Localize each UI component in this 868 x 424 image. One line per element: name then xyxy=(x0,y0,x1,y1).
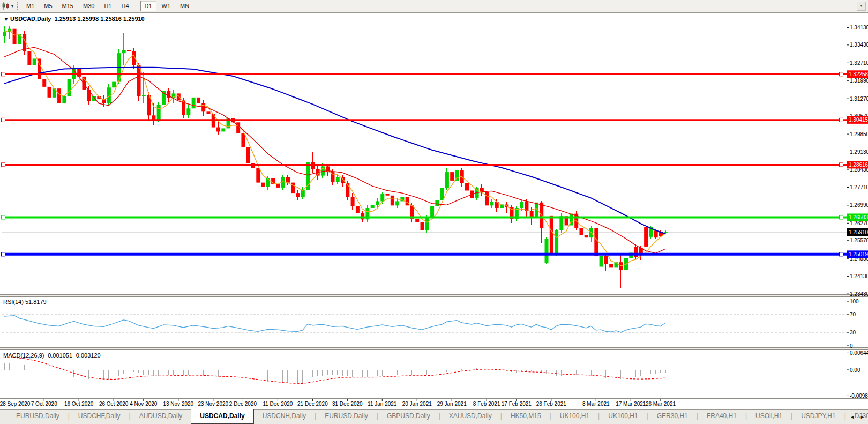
candle-body xyxy=(127,50,131,51)
rsi-tick-label: 0 xyxy=(850,343,853,349)
candle-body xyxy=(251,163,255,168)
line-anchor-handle[interactable] xyxy=(2,252,5,256)
chart-tab-eurusd-daily[interactable]: EURUSD,Daily xyxy=(316,410,377,424)
date-label: 11 Jan 2021 xyxy=(368,401,397,407)
tab-scroll-left-icon[interactable]: ◄ xyxy=(850,414,855,420)
line-anchor-handle[interactable] xyxy=(2,163,5,167)
line-anchor-handle[interactable] xyxy=(840,215,843,219)
toolbar-separator xyxy=(137,2,137,10)
candle-body xyxy=(301,190,305,197)
candle-body xyxy=(579,228,583,235)
tab-scroll-right-icon[interactable]: ► xyxy=(860,414,865,420)
date-label: 4 Nov 2020 xyxy=(130,401,158,407)
symbol-tabs: EURUSD,Daily|USDCHF,Daily|AUDUSD,DailyUS… xyxy=(0,410,868,424)
candle-body xyxy=(445,172,449,188)
candlestick-chart-icon xyxy=(2,2,10,10)
chart-title-ohlc: 1.25913 1.25998 1.25816 1.25910 xyxy=(55,16,145,22)
candle-body xyxy=(644,227,648,247)
line-anchor-handle[interactable] xyxy=(840,72,843,76)
chart-tab-hk50-m15[interactable]: HK50,M15 xyxy=(502,410,550,424)
timeframe-button-d1[interactable]: D1 xyxy=(140,1,156,11)
line-anchor-handle[interactable] xyxy=(840,118,843,122)
chart-tab-audusd-daily[interactable]: AUDUSD,Daily xyxy=(131,410,191,424)
level-price-label: 1.25019 xyxy=(849,251,868,257)
chart-tab-usdjpy-h1[interactable]: USDJPY,H1 xyxy=(792,410,844,424)
timeframe-button-h4[interactable]: H4 xyxy=(117,1,133,11)
date-label: 21 Dec 2020 xyxy=(297,401,328,407)
rsi-tick-label: 100 xyxy=(850,299,859,304)
candle-body xyxy=(122,50,126,54)
candle-body xyxy=(440,188,444,200)
candle-body xyxy=(604,256,608,264)
candle-body xyxy=(221,128,225,131)
candle-body xyxy=(256,168,260,183)
collapse-triangle-icon[interactable]: ▼ xyxy=(4,17,9,22)
chart-tab-usoil-h1[interactable]: USOil,H1 xyxy=(747,410,791,424)
chart-tab-usdcad-daily[interactable]: USDCAD,Daily xyxy=(191,409,253,424)
chart-tab-usdchf-daily[interactable]: USDCHF,Daily xyxy=(70,410,129,424)
candle-body xyxy=(42,79,46,87)
chart-tab-eurusd-daily[interactable]: EURUSD,Daily xyxy=(8,410,68,424)
candle-body xyxy=(157,105,161,120)
chart-canvas[interactable]: 1.341301.334301.327101.319901.312701.305… xyxy=(0,12,868,409)
chart-tab-uk100-h1[interactable]: UK100,H1 xyxy=(600,410,646,424)
candle-body xyxy=(172,93,176,98)
timeframe-button-h1[interactable]: H1 xyxy=(100,1,116,11)
timeframe-button-mn[interactable]: MN xyxy=(176,1,193,11)
candle-body xyxy=(664,232,668,233)
candle-body xyxy=(550,216,553,254)
date-label: 28 Sep 2020 xyxy=(0,401,31,407)
price-tick-label: 1.31270 xyxy=(850,96,868,102)
chart-tab-fra40-h1[interactable]: FRA40,H1 xyxy=(698,410,745,424)
candle-body xyxy=(87,90,91,101)
price-tick-label: 1.32710 xyxy=(850,60,868,66)
date-label: 7 Oct 2020 xyxy=(31,401,57,407)
candle-body xyxy=(177,93,181,100)
date-label: 29 Jan 2021 xyxy=(437,401,467,407)
timeframe-button-m15[interactable]: M15 xyxy=(58,1,78,11)
candle-body xyxy=(236,122,240,133)
candle-body xyxy=(197,98,200,103)
line-anchor-handle[interactable] xyxy=(2,72,5,76)
level-price-label: 1.30415 xyxy=(849,117,868,123)
date-label: 26 Mar 2021 xyxy=(646,401,676,407)
candle-body xyxy=(48,87,51,98)
chart-tab-uk100-h1[interactable]: UK100,H1 xyxy=(551,410,598,424)
candle-body xyxy=(376,201,379,205)
candle-body xyxy=(594,228,598,256)
candle-body xyxy=(391,196,394,206)
line-anchor-handle[interactable] xyxy=(840,252,843,256)
candle-body xyxy=(395,201,399,205)
chart-style-button[interactable]: ▾ xyxy=(0,0,16,12)
date-label: 17 Mar 2021 xyxy=(616,401,646,407)
rsi-tick-label: 30 xyxy=(850,330,856,336)
date-label: 11 Dec 2020 xyxy=(263,401,293,407)
timeframe-button-m30[interactable]: M30 xyxy=(79,1,99,11)
candle-body xyxy=(356,206,360,213)
line-anchor-handle[interactable] xyxy=(2,215,5,219)
candle-body xyxy=(406,197,409,206)
line-anchor-handle[interactable] xyxy=(840,163,843,167)
macd-tick-label: 0.00 xyxy=(850,367,860,373)
toolbar-overflow-button[interactable]: ▾ xyxy=(857,2,866,11)
candle-body xyxy=(654,230,658,237)
candle-body xyxy=(600,256,603,267)
toolbar-grip[interactable] xyxy=(17,2,18,10)
timeframe-button-m1[interactable]: M1 xyxy=(22,1,39,11)
date-label: 17 Feb 2021 xyxy=(502,401,532,407)
chart-title-symbol: USDCAD,Daily xyxy=(10,16,51,22)
chart-tab-usdcnh-daily[interactable]: USDCNH,Daily xyxy=(254,410,315,424)
candle-body xyxy=(306,162,310,190)
price-tick-label: 1.34130 xyxy=(850,25,868,31)
candle-body xyxy=(261,183,265,187)
chart-tab-ger30-h1[interactable]: GER30,H1 xyxy=(648,410,697,424)
candle-body xyxy=(296,193,300,197)
candle-body xyxy=(450,172,454,181)
timeframe-button-w1[interactable]: W1 xyxy=(158,1,175,11)
candle-body xyxy=(62,96,66,103)
line-anchor-handle[interactable] xyxy=(2,118,5,122)
chart-tab-gbpusd-daily[interactable]: GBPUSD,Daily xyxy=(378,410,439,424)
rsi-tick-label: 70 xyxy=(850,311,856,317)
chart-tab-xauusd-daily[interactable]: XAUUSD,Daily xyxy=(440,410,500,424)
timeframe-button-m5[interactable]: M5 xyxy=(40,1,56,11)
